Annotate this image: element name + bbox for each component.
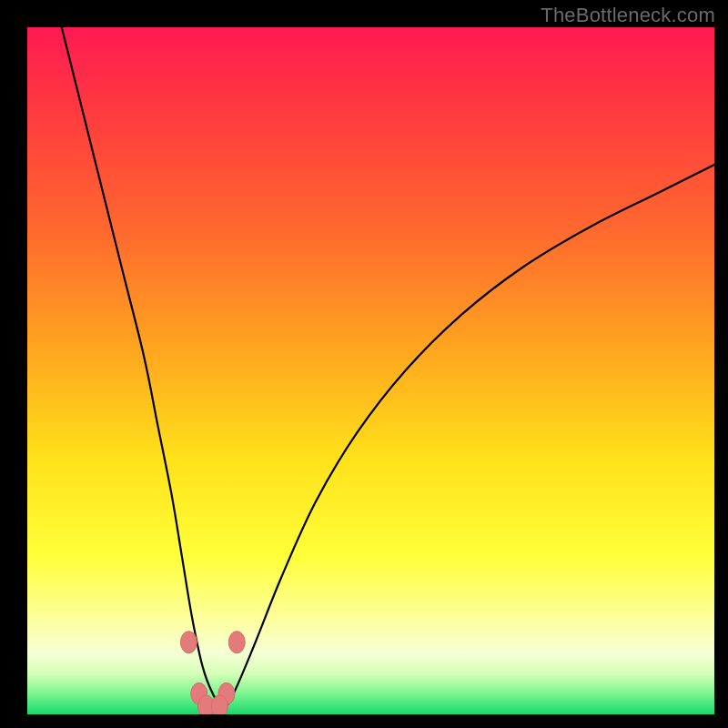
chart-frame: TheBottleneck.com (0, 0, 728, 728)
curve-marker (180, 632, 197, 653)
curve-markers (180, 632, 245, 714)
curve-marker (228, 632, 245, 653)
curve-layer (27, 27, 714, 714)
plot-area (27, 27, 714, 714)
watermark-text: TheBottleneck.com (541, 4, 715, 27)
bottleneck-curve (62, 27, 714, 707)
curve-marker (211, 695, 228, 714)
